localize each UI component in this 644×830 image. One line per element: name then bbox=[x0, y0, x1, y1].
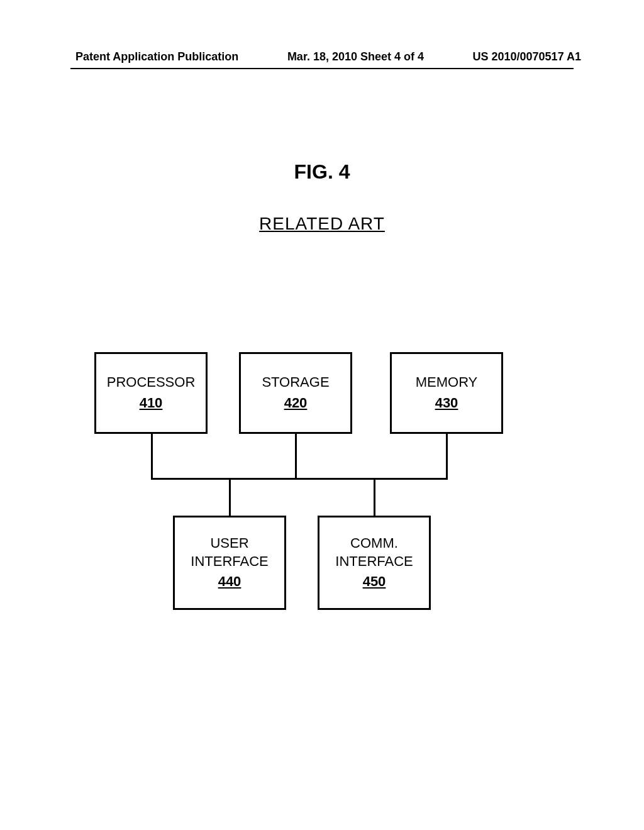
connector-user-interface bbox=[229, 478, 231, 517]
block-ref: 450 bbox=[363, 573, 386, 591]
block-label-line1: COMM. bbox=[350, 534, 398, 553]
figure-title: FIG. 4 bbox=[0, 160, 644, 184]
block-ref: 410 bbox=[140, 394, 163, 412]
block-label: MEMORY bbox=[416, 374, 478, 392]
block-ref: 420 bbox=[284, 394, 308, 412]
block-storage: STORAGE 420 bbox=[239, 352, 352, 434]
connector-processor bbox=[151, 434, 153, 480]
block-user-interface: USER INTERFACE 440 bbox=[173, 516, 286, 610]
block-processor: PROCESSOR 410 bbox=[94, 352, 208, 434]
header-right: US 2010/0070517 A1 bbox=[473, 50, 581, 64]
header-left: Patent Application Publication bbox=[75, 50, 238, 64]
block-label-line2: INTERFACE bbox=[335, 553, 413, 571]
block-label: PROCESSOR bbox=[107, 374, 196, 392]
block-ref: 430 bbox=[435, 394, 458, 412]
block-comm-interface: COMM. INTERFACE 450 bbox=[318, 516, 431, 610]
header-center: Mar. 18, 2010 Sheet 4 of 4 bbox=[287, 50, 424, 64]
connector-storage bbox=[295, 434, 297, 480]
header-rule bbox=[70, 68, 574, 69]
figure-subtitle: RELATED ART bbox=[0, 214, 644, 234]
block-ref: 440 bbox=[218, 573, 242, 591]
block-memory: MEMORY 430 bbox=[390, 352, 503, 434]
connector-comm-interface bbox=[374, 478, 375, 517]
connector-memory bbox=[446, 434, 448, 480]
page-header: Patent Application Publication Mar. 18, … bbox=[0, 50, 644, 64]
block-label: STORAGE bbox=[262, 374, 329, 392]
bus-line bbox=[151, 478, 447, 480]
block-label-line1: USER bbox=[210, 534, 248, 553]
block-label-line2: INTERFACE bbox=[191, 553, 268, 571]
